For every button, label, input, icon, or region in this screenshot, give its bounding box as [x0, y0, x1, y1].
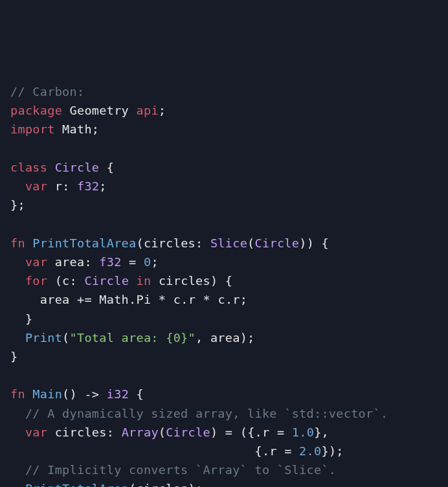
code-token: )) { [299, 236, 329, 250]
code-line [10, 139, 438, 158]
code-token: class [10, 161, 47, 174]
code-token: area [40, 293, 70, 306]
code-token: = [122, 255, 144, 269]
code-token: Print [25, 331, 62, 345]
code-token: = [269, 425, 291, 439]
code-line: PrintTotalArea(circles); [10, 479, 438, 487]
code-token: Main [32, 387, 62, 401]
code-line: for (c: Circle in circles) { [10, 271, 438, 290]
code-token [47, 179, 54, 193]
code-token: Pi [137, 293, 151, 306]
code-token: 0 [144, 255, 151, 269]
code-token: {. [10, 444, 269, 458]
code-token: package [10, 104, 62, 117]
code-token [25, 387, 32, 401]
code-token: , [196, 331, 210, 345]
code-line: var r: f32; [10, 177, 438, 196]
code-line [10, 214, 438, 233]
code-line: {.r = 2.0}); [10, 442, 438, 460]
code-token: Geometry [70, 104, 129, 117]
code-token: circles [136, 482, 188, 487]
code-token: 1.0 [292, 425, 314, 439]
code-line: } [10, 310, 438, 328]
code-token: r [232, 293, 240, 306]
code-token: ( [159, 425, 166, 439]
code-token: () -> [62, 387, 107, 401]
code-line: var circles: Array(Circle) = ({.r = 1.0}… [10, 423, 438, 442]
code-token [10, 255, 25, 269]
code-token: { [99, 161, 114, 174]
code-token: } [10, 312, 32, 326]
code-token: Slice [210, 236, 247, 250]
code-token: fn [10, 236, 25, 250]
code-token: ; [99, 179, 106, 193]
code-token: ; [151, 255, 158, 269]
code-token [47, 425, 54, 439]
code-token: = [277, 444, 299, 458]
code-token: area [55, 255, 85, 269]
code-token: ( [136, 236, 143, 250]
code-token: for [25, 274, 47, 288]
code-token: c [218, 293, 225, 306]
code-token: ); [188, 482, 203, 487]
code-token: * [151, 293, 173, 306]
code-token: in [137, 274, 151, 288]
code-line: var area: f32 = 0; [10, 253, 438, 271]
code-token: fn [10, 387, 25, 401]
code-token: r [262, 425, 269, 439]
code-token: ); [240, 331, 255, 345]
code-line: class Circle { [10, 158, 438, 177]
code-token [151, 274, 158, 288]
code-line: package Geometry api; [10, 101, 438, 120]
code-token: Array [122, 425, 159, 439]
code-token: 2.0 [299, 444, 321, 458]
code-token: api [137, 104, 159, 117]
code-line: fn PrintTotalArea(circles: Slice(Circle)… [10, 234, 438, 253]
code-token [10, 425, 25, 439]
code-token: += [70, 293, 100, 306]
code-token: f32 [99, 255, 121, 269]
code-line: // Carbon: [10, 82, 438, 101]
code-token [129, 274, 136, 288]
code-token [10, 274, 25, 288]
code-token: // Carbon: [10, 85, 84, 98]
code-token: : [84, 255, 99, 269]
code-token: ( [62, 331, 69, 345]
code-token: var [25, 255, 47, 269]
code-token: : [70, 274, 85, 288]
code-token: f32 [77, 179, 99, 193]
code-token: ; [159, 104, 166, 117]
code-token: circles [144, 236, 196, 250]
code-token: r [269, 444, 276, 458]
code-line: area += Math.Pi * c.r * c.r; [10, 290, 438, 309]
code-token [10, 463, 25, 477]
code-token: ; [92, 122, 99, 136]
code-line: // A dynamically sized array, like `std:… [10, 404, 438, 423]
code-token: var [25, 425, 47, 439]
code-token: : [196, 236, 210, 250]
code-token: . [129, 293, 136, 306]
code-token: ) = ({. [210, 425, 262, 439]
code-line: import Math; [10, 120, 438, 139]
code-token: area [210, 331, 240, 345]
code-token: r [188, 293, 196, 306]
code-token: var [25, 179, 47, 193]
code-token [62, 104, 69, 117]
code-token: { [129, 387, 144, 401]
code-token: Circle [166, 425, 210, 439]
code-token [47, 161, 54, 174]
code-token: } [10, 350, 17, 363]
code-token: "Total area: {0}" [70, 331, 196, 345]
code-line: } [10, 347, 438, 366]
code-token: // A dynamically sized array, like `std:… [25, 407, 388, 420]
code-token [10, 482, 25, 487]
code-token [47, 255, 54, 269]
code-token: c [62, 274, 69, 288]
code-token [129, 104, 136, 117]
code-token: Math [62, 122, 92, 136]
code-token [10, 179, 25, 193]
code-token [10, 331, 25, 345]
code-token: . [225, 293, 232, 306]
code-token: r [55, 179, 62, 193]
code-line: Print("Total area: {0}", area); [10, 328, 438, 347]
